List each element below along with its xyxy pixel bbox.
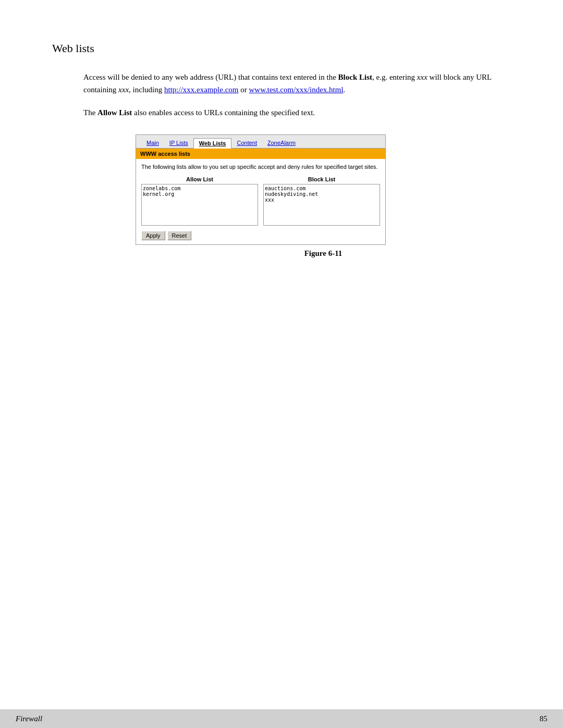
tab-bar: Main IP Lists Web Lists Content ZoneAlar… — [136, 135, 385, 149]
tab-ip-lists[interactable]: IP Lists — [164, 138, 193, 148]
figure-caption: Figure 6-11 — [136, 249, 511, 258]
desc-bold1: Block List — [338, 73, 372, 81]
page-title: Web lists — [52, 42, 511, 55]
figure-container: Main IP Lists Web Lists Content ZoneAlar… — [136, 134, 511, 258]
desc-italic2: xxx — [118, 85, 129, 94]
tab-main[interactable]: Main — [141, 138, 164, 148]
allow-desc-bold: Allow List — [97, 108, 132, 117]
tab-content[interactable]: Content — [231, 138, 262, 148]
desc-part4: , including — [129, 85, 164, 94]
www-header: WWW access lists — [136, 149, 385, 159]
figure-panel: Main IP Lists Web Lists Content ZoneAlar… — [136, 134, 386, 245]
page-footer: Firewall 85 — [0, 709, 563, 728]
allow-desc-part2: also enables access to URLs containing t… — [132, 108, 315, 117]
allow-list-description: The Allow List also enables access to UR… — [83, 106, 511, 119]
panel-description: The following lists allow to you set up … — [141, 163, 380, 171]
allow-list-textarea[interactable]: zonelabs.com kernel.org — [141, 184, 258, 226]
tab-web-lists[interactable]: Web Lists — [193, 138, 232, 149]
reset-button[interactable]: Reset — [167, 231, 192, 240]
description-block: Access will be denied to any web address… — [83, 71, 511, 96]
apply-button[interactable]: Apply — [141, 231, 165, 240]
desc-part6: . — [344, 85, 346, 94]
tab-zonealarm[interactable]: ZoneAlarm — [262, 138, 301, 148]
block-list-header: Block List — [263, 176, 380, 182]
allow-desc-part1: The — [83, 108, 97, 117]
allow-list-column: Allow List zonelabs.com kernel.org — [141, 176, 258, 227]
lists-container: Allow List zonelabs.com kernel.org Block… — [141, 176, 380, 227]
desc-italic1: xxx — [417, 73, 427, 81]
link1[interactable]: http://xxx.example.com — [164, 85, 238, 94]
block-list-column: Block List eauctions.com nudeskydiving.n… — [263, 176, 380, 227]
desc-part1: Access will be denied to any web address… — [83, 73, 338, 81]
desc-part2: , e.g. entering — [372, 73, 417, 81]
panel-content: The following lists allow to you set up … — [136, 159, 385, 244]
link2[interactable]: www.test.com/xxx/index.html — [249, 85, 343, 94]
page-number: 85 — [540, 714, 547, 723]
block-list-textarea[interactable]: eauctions.com nudeskydiving.net xxx — [263, 184, 380, 226]
allow-list-header: Allow List — [141, 176, 258, 182]
button-bar: Apply Reset — [141, 231, 380, 240]
desc-part5: or — [238, 85, 249, 94]
footer-label: Firewall — [16, 714, 42, 723]
